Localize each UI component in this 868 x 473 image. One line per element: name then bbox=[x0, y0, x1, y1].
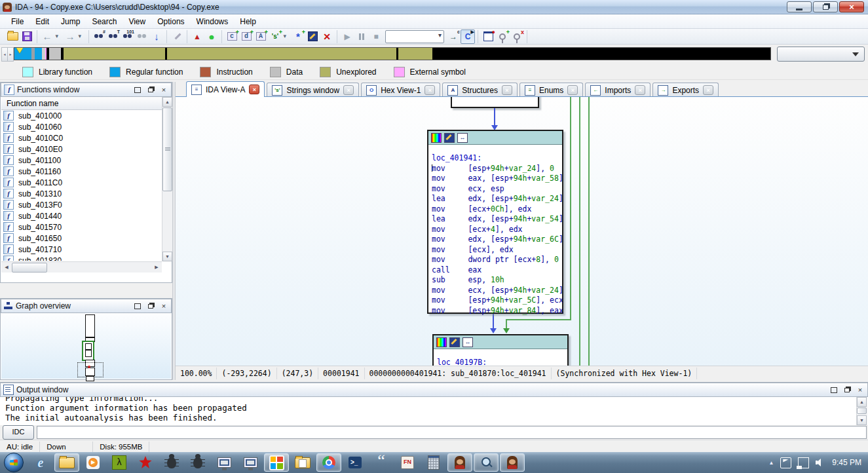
internet-explorer-taskbar-button[interactable]: e bbox=[28, 453, 53, 472]
jump-to-address-icon[interactable]: ↓ bbox=[149, 29, 164, 44]
debugger-select-combobox[interactable] bbox=[385, 30, 444, 43]
rename-icon[interactable]: A+ bbox=[254, 29, 268, 44]
open-file-icon[interactable] bbox=[5, 29, 20, 44]
graph-overview-minimap[interactable] bbox=[1, 313, 171, 379]
function-row-sub_4013F0[interactable]: fsub_4013F0 bbox=[1, 199, 162, 210]
graph-node-loc-401941[interactable]: ↔ loc_401941:mov [esp+94h+var_24], 0mov … bbox=[427, 130, 563, 314]
media-player-taskbar-button[interactable] bbox=[81, 453, 105, 472]
node-edit-icon[interactable] bbox=[444, 133, 455, 143]
functions-close-button[interactable]: × bbox=[159, 85, 168, 94]
function-row-sub_401000[interactable]: fsub_401000 bbox=[1, 110, 162, 121]
navband-zoom-dropdown[interactable] bbox=[777, 47, 865, 62]
tray-expand-icon[interactable]: ▲ bbox=[768, 460, 774, 466]
function-row-sub_401710[interactable]: fsub_401710 bbox=[1, 244, 162, 255]
functions-maximize-button[interactable] bbox=[133, 85, 142, 94]
output-close-button[interactable]: × bbox=[856, 385, 865, 394]
make-code-icon[interactable]: c+ bbox=[225, 29, 239, 44]
lambda-app-taskbar-button[interactable]: λ bbox=[107, 453, 132, 472]
windows-app-taskbar-button[interactable] bbox=[264, 453, 289, 472]
minimize-button[interactable] bbox=[787, 1, 812, 12]
search-immediate-icon[interactable]: 101 bbox=[121, 29, 135, 44]
function-row-sub_401570[interactable]: fsub_401570 bbox=[1, 221, 162, 233]
tab-close-icon[interactable]: × bbox=[343, 85, 354, 95]
function-row-sub_401160[interactable]: fsub_401160 bbox=[1, 166, 162, 177]
ida-pro-1-taskbar-button[interactable] bbox=[447, 453, 472, 472]
make-pattern-icon[interactable]: *+ bbox=[291, 29, 305, 44]
graph-overview-header[interactable]: Graph overview × bbox=[1, 299, 172, 313]
vm-monitor-2-taskbar-button[interactable] bbox=[238, 453, 263, 472]
tab-close-icon[interactable]: × bbox=[249, 85, 259, 94]
menu-help[interactable]: Help bbox=[234, 16, 262, 28]
windows-explorer-taskbar-button[interactable] bbox=[54, 453, 79, 472]
start-button-taskbar-button[interactable] bbox=[1, 453, 27, 472]
back-history-dropdown-icon[interactable]: ▾ bbox=[54, 29, 63, 44]
analysis-indicator-icon[interactable]: ● bbox=[204, 29, 219, 44]
tab-close-icon[interactable]: × bbox=[425, 85, 435, 95]
tab-imports[interactable]: ←Imports× bbox=[585, 83, 651, 97]
output-float-button[interactable] bbox=[842, 385, 852, 394]
tab-close-icon[interactable]: × bbox=[635, 85, 645, 95]
debugger-pause-icon[interactable] bbox=[354, 29, 369, 44]
tab-close-icon[interactable]: × bbox=[703, 85, 713, 95]
function-row-sub_4010E0[interactable]: fsub_4010E0 bbox=[1, 143, 162, 155]
overview-float-button[interactable] bbox=[146, 301, 155, 311]
output-maximize-button[interactable] bbox=[829, 385, 839, 394]
run-to-cursor-icon[interactable]: C▶ bbox=[461, 29, 475, 44]
attach-process-icon[interactable]: + bbox=[495, 29, 510, 44]
overview-close-button[interactable]: × bbox=[159, 301, 168, 311]
tab-enums[interactable]: ≡Enums× bbox=[519, 83, 583, 97]
functions-vertical-scrollbar[interactable]: ▲ ▼ bbox=[162, 97, 173, 261]
function-row-sub_401310[interactable]: fsub_401310 bbox=[1, 188, 162, 199]
navigation-band[interactable] bbox=[14, 47, 771, 60]
cli-input[interactable] bbox=[37, 426, 867, 439]
clock[interactable]: 9:45 PM bbox=[832, 458, 861, 467]
volume-icon[interactable] bbox=[816, 458, 825, 468]
function-row-sub_4011C0[interactable]: fsub_4011C0 bbox=[1, 177, 162, 188]
output-scrollbar[interactable]: ▲ ▼ bbox=[856, 397, 867, 425]
save-file-icon[interactable] bbox=[20, 29, 34, 44]
node-xrefs-icon[interactable]: ↔ bbox=[457, 133, 468, 143]
function-row-sub_401100[interactable]: fsub_401100 bbox=[1, 155, 162, 166]
restore-button[interactable] bbox=[813, 1, 838, 12]
edit-locked-icon[interactable] bbox=[170, 29, 184, 44]
calculator-taskbar-button[interactable] bbox=[421, 453, 446, 472]
function-row-sub_401440[interactable]: fsub_401440 bbox=[1, 210, 162, 221]
fn-app-taskbar-button[interactable]: FN bbox=[395, 453, 420, 472]
node-color-icon[interactable] bbox=[431, 133, 442, 143]
menu-file[interactable]: File bbox=[5, 16, 29, 28]
output-console[interactable]: Propagating type information...Function … bbox=[0, 397, 857, 425]
bug-app-2-taskbar-button[interactable] bbox=[185, 453, 210, 472]
assembly-listing[interactable]: loc_401941:mov [esp+94h+var_24], 0mov ea… bbox=[428, 145, 562, 316]
function-row-sub_401650[interactable]: fsub_401650 bbox=[1, 233, 162, 244]
vm-monitor-1-taskbar-button[interactable] bbox=[212, 453, 236, 472]
edit-comment-icon[interactable] bbox=[305, 29, 320, 44]
tab-hex-view-1[interactable]: OHex View-1× bbox=[361, 83, 440, 97]
tab-close-icon[interactable]: × bbox=[502, 85, 512, 95]
search-text-icon[interactable]: T bbox=[106, 29, 121, 44]
output-window-header[interactable]: Output window × bbox=[0, 383, 868, 397]
powershell-taskbar-button[interactable]: >_ bbox=[343, 453, 368, 472]
function-row-sub_401830[interactable]: fsub_401830 bbox=[1, 255, 162, 261]
debugger-windows-icon[interactable]: ● bbox=[481, 29, 495, 44]
search-names-icon[interactable]: # bbox=[92, 29, 106, 44]
folder-documents-taskbar-button[interactable] bbox=[290, 453, 315, 472]
string-type-dropdown-icon[interactable]: ▾ bbox=[282, 29, 291, 44]
idc-button[interactable]: IDC bbox=[3, 425, 34, 440]
tab-exports[interactable]: →Exports× bbox=[652, 83, 719, 97]
overview-maximize-button[interactable] bbox=[133, 301, 142, 311]
action-center-icon[interactable] bbox=[780, 457, 791, 468]
quotes-app-taskbar-button[interactable]: “ bbox=[369, 453, 394, 472]
tab-strings-window[interactable]: 's'Strings window× bbox=[267, 83, 359, 97]
ida-pro-2-taskbar-button[interactable] bbox=[500, 453, 525, 472]
undefine-icon[interactable]: ✕ bbox=[320, 29, 334, 44]
function-name-column-header[interactable]: Function name bbox=[1, 97, 162, 110]
bug-app-1-taskbar-button[interactable] bbox=[159, 453, 184, 472]
menu-windows[interactable]: Windows bbox=[191, 16, 235, 28]
function-row-sub_4010C0[interactable]: fsub_4010C0 bbox=[1, 132, 162, 143]
step-over-icon[interactable]: →c bbox=[446, 29, 461, 44]
search-again-icon[interactable] bbox=[135, 29, 149, 44]
chrome-taskbar-button[interactable] bbox=[316, 453, 341, 472]
menu-view[interactable]: View bbox=[123, 16, 151, 28]
show-problems-icon[interactable]: ▲ bbox=[190, 29, 204, 44]
graph-node-partial-top[interactable] bbox=[451, 97, 539, 108]
